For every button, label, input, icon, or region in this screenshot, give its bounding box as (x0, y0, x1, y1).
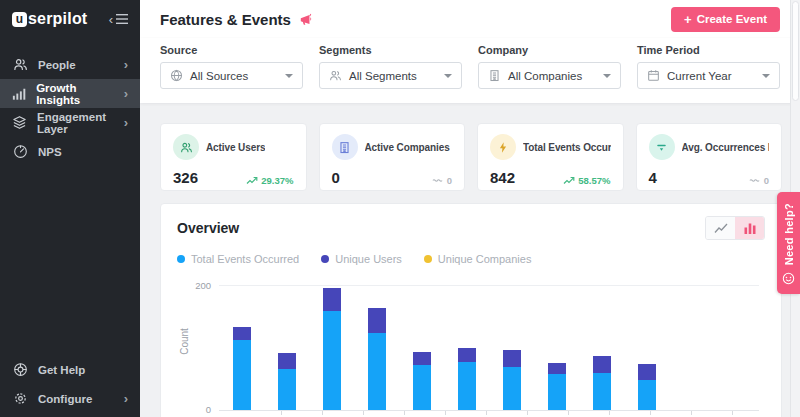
bar-segment[interactable] (233, 327, 251, 340)
bar-segment[interactable] (368, 308, 386, 333)
source-select[interactable]: All Sources (160, 62, 303, 89)
sidebar-item-growth-insights[interactable]: Growth Insights › (0, 79, 140, 108)
sidebar-item-configure[interactable]: Configure › (0, 384, 140, 413)
bar-segment[interactable] (548, 374, 566, 410)
line-chart-toggle-button[interactable] (706, 217, 735, 239)
filter-label: Company (478, 44, 621, 56)
selected-value: All Segments (349, 70, 417, 82)
bar-segment[interactable] (638, 364, 656, 381)
y-tick-label: 200 (195, 280, 219, 291)
legend-label: Unique Users (335, 253, 402, 265)
sidebar-item-nps[interactable]: NPS (0, 137, 140, 166)
stacked-bar[interactable] (413, 352, 431, 410)
bar-slot[interactable] (714, 280, 759, 410)
bar-segment[interactable] (323, 288, 341, 311)
selected-value: All Companies (508, 70, 582, 82)
sidebar-collapse-button[interactable]: ‹ (109, 13, 128, 26)
legend-item-unique-users[interactable]: Unique Users (321, 253, 402, 265)
x-category: Apr 01 (384, 411, 425, 417)
legend-dot (321, 255, 329, 263)
bar-segment[interactable] (593, 373, 611, 410)
x-tick (650, 411, 651, 415)
bar-slot[interactable] (444, 280, 489, 410)
app-window: userpilot ‹ People › Growth Insights › (0, 0, 800, 417)
legend-dot (177, 255, 185, 263)
x-tick (609, 411, 610, 415)
sidebar-item-label: Growth Insights (36, 82, 113, 106)
need-help-tab[interactable]: Need help? (777, 192, 800, 294)
company-select[interactable]: All Companies (478, 62, 621, 89)
time-period-select[interactable]: Current Year (637, 62, 780, 89)
bar-slot[interactable] (354, 280, 399, 410)
filter-company: Company All Companies (478, 44, 621, 89)
filter-source: Source All Sources (160, 44, 303, 89)
bar-segment[interactable] (503, 350, 521, 367)
overview-title: Overview (177, 220, 239, 236)
chart-x-labels: Jan 01Feb 01Mar 01Apr 01May 01Jun 01Jul … (219, 411, 759, 417)
stacked-bar[interactable] (233, 327, 251, 410)
sidebar-item-get-help[interactable]: Get Help (0, 355, 140, 384)
stacked-bar[interactable] (278, 353, 296, 410)
stacked-bar[interactable] (548, 363, 566, 410)
bar-slot[interactable] (309, 280, 354, 410)
bar-slot[interactable] (399, 280, 444, 410)
stat-trend: 58.57% (563, 175, 610, 186)
bar-segment[interactable] (593, 356, 611, 373)
help-icon (12, 362, 28, 378)
bar-chart-toggle-button[interactable] (735, 217, 764, 239)
x-category: Jun 01 (466, 411, 507, 417)
bar-segment[interactable] (323, 311, 341, 410)
stacked-bar[interactable] (638, 364, 656, 410)
userpilot-logo[interactable]: userpilot (12, 10, 87, 28)
chevron-down-icon (762, 74, 770, 78)
stacked-bar[interactable] (458, 348, 476, 410)
sidebar-footer: Get Help Configure › (0, 355, 140, 413)
x-tick (486, 411, 487, 415)
selected-value: All Sources (190, 70, 248, 82)
legend-item-total-events[interactable]: Total Events Occurred (177, 253, 299, 265)
bar-segment[interactable] (548, 363, 566, 374)
bar-slot[interactable] (219, 280, 264, 410)
bar-slot[interactable] (264, 280, 309, 410)
legend-item-unique-companies[interactable]: Unique Companies (424, 253, 532, 265)
bar-slot[interactable] (669, 280, 714, 410)
y-tick-label: 0 (206, 404, 219, 415)
sidebar: userpilot ‹ People › Growth Insights › (0, 0, 140, 417)
stacked-bar[interactable] (503, 350, 521, 410)
building-icon (488, 69, 501, 82)
filter-segments: Segments All Segments (319, 44, 462, 89)
sidebar-item-people[interactable]: People › (0, 50, 140, 79)
logo-u-icon: u (12, 12, 27, 27)
trend-flat-icon (432, 177, 444, 184)
scrollbar-thumb[interactable] (792, 1, 799, 101)
bar-segment[interactable] (503, 367, 521, 410)
sidebar-item-engagement-layer[interactable]: Engagement Layer › (0, 108, 140, 137)
sidebar-nav: People › Growth Insights › Engagement La… (0, 50, 140, 166)
trend-up-icon (563, 176, 575, 185)
sidebar-item-label: Get Help (38, 364, 85, 376)
bar-slot[interactable] (579, 280, 624, 410)
chevron-down-icon (444, 74, 452, 78)
stacked-bar[interactable] (368, 308, 386, 410)
trend-value: 29.37% (261, 175, 293, 186)
segments-select[interactable]: All Segments (319, 62, 462, 89)
bar-segment[interactable] (413, 352, 431, 365)
bar-segment[interactable] (458, 362, 476, 410)
bar-slot[interactable] (489, 280, 534, 410)
stacked-bar[interactable] (593, 356, 611, 410)
bar-segment[interactable] (278, 353, 296, 369)
bar-segment[interactable] (458, 348, 476, 362)
bar-segment[interactable] (638, 380, 656, 410)
x-tick (445, 411, 446, 415)
bar-segment[interactable] (233, 340, 251, 410)
chart-plot[interactable]: 0200 (219, 280, 759, 411)
bar-segment[interactable] (413, 365, 431, 410)
bar-slot[interactable] (534, 280, 579, 410)
create-event-button[interactable]: + Create Event (671, 7, 780, 32)
chat-smiley-icon (782, 272, 795, 285)
bar-segment[interactable] (278, 369, 296, 410)
stacked-bar[interactable] (323, 288, 341, 410)
bar-segment[interactable] (368, 333, 386, 410)
bar-slot[interactable] (624, 280, 669, 410)
logo-row: userpilot ‹ (0, 0, 140, 36)
